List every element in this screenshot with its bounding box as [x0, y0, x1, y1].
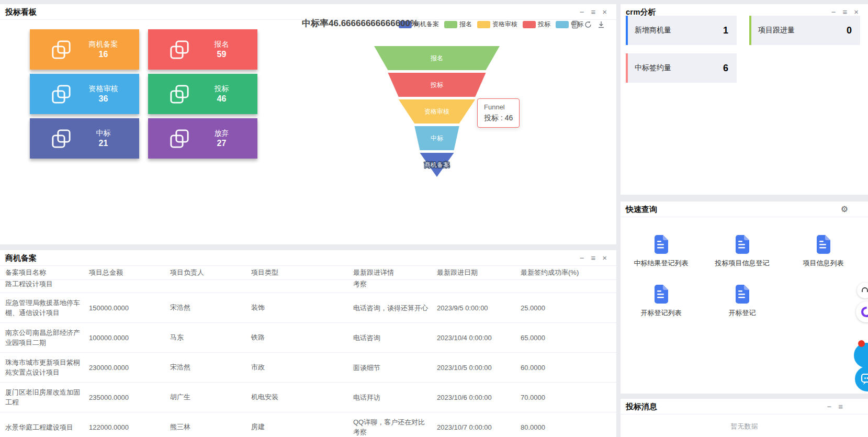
legend-item[interactable]: 资格审核	[477, 20, 517, 29]
card-label: 商机备案	[89, 40, 118, 48]
minimize-icon[interactable]: −	[580, 253, 584, 263]
table-row[interactable]: 应急管理局救援基地停车棚、通信设计项目 150000.0000 宋浩然 装饰 电…	[0, 293, 616, 323]
card-label: 放弃	[215, 129, 229, 137]
file-icon	[652, 284, 670, 305]
card-value: 59	[217, 50, 227, 59]
menu-icon[interactable]: ≡	[591, 7, 595, 17]
cell-follow-date: 2023/10/7 0:00:00	[437, 423, 521, 431]
card-qualification[interactable]: 资格审核 36	[30, 74, 139, 114]
quick-links: 中标结果登记列表 投标项目信息登记 项目信息列表	[621, 234, 864, 318]
copy-squares-icon	[51, 39, 72, 60]
table-row[interactable]: 珠海市城市更新项目紫桐苑安置点设计项目 230000.0000 宋浩然 市政 面…	[0, 353, 616, 383]
legend-swatch	[399, 21, 412, 28]
quick-title: 快速查询	[626, 205, 657, 215]
bid-messages-window: 投标消息 − ≡ 暂无数据	[621, 399, 868, 437]
messages-header: 投标消息 − ≡	[621, 399, 868, 414]
cell-project-name: 南京公司南昌总部经济产业园项目二期	[5, 328, 89, 348]
bidding-dashboard-window: 投标看板 − ≡ × 商机备案 16 报名 59	[0, 4, 616, 244]
cell-project-name: 应急管理局救援基地停车棚、通信设计项目	[5, 298, 89, 318]
cell-follow-detail: 面谈细节	[353, 363, 437, 373]
quick-link-open-bid-list[interactable]: 开标登记列表	[621, 284, 702, 318]
stat-label: 项目跟进量	[758, 26, 795, 35]
stat-label: 新增商机量	[635, 26, 671, 35]
funnel-legend: 商机备案报名资格审核投标中标	[399, 20, 583, 29]
cell-owner: 宋浩然	[170, 363, 251, 372]
table-row-clipped[interactable]: 路工程设计项目 考察	[0, 280, 616, 293]
legend-swatch	[556, 21, 569, 28]
funnel-segment-label: 报名	[430, 54, 443, 62]
crm-stat-followups[interactable]: 项目跟进量 0	[749, 16, 860, 45]
funnel-segment-label: 商机备案	[424, 161, 449, 169]
table-row[interactable]: 水景华庭工程建设项目 122000.0000 熊三林 房建 QQ详聊，客户还在对…	[0, 412, 616, 437]
table-row[interactable]: 南京公司南昌总部经济产业园项目二期 100000.0000 马东 铁路 电话咨询…	[0, 323, 616, 353]
cell-follow-detail: 电话拜访	[353, 393, 437, 402]
close-icon[interactable]: ×	[602, 7, 607, 17]
copy-squares-icon	[169, 39, 190, 60]
messages-title: 投标消息	[626, 402, 657, 412]
legend-item[interactable]: 报名	[444, 20, 472, 29]
close-icon[interactable]: ×	[602, 253, 607, 263]
cell-amount: 122000.0000	[89, 423, 170, 431]
cell-owner: 胡广生	[170, 393, 251, 402]
cell-owner: 宋浩然	[170, 303, 251, 312]
col-header: 最新跟进详情	[353, 268, 437, 277]
card-label: 报名	[215, 40, 229, 48]
funnel-segment-label: 中标	[431, 135, 444, 142]
cell-follow-date: 2023/10/6 0:00:00	[437, 394, 521, 401]
legend-swatch	[444, 21, 457, 28]
legend-item[interactable]: 商机备案	[399, 20, 439, 29]
cell-follow-detail: QQ详聊，客户还在对比考察	[353, 417, 437, 437]
gear-icon[interactable]: ⚙	[841, 205, 848, 214]
dashboard-title: 投标看板	[5, 7, 37, 17]
quick-link-open-bid-register[interactable]: 开标登记	[702, 284, 783, 318]
chart-toolbar	[570, 20, 606, 29]
tooltip-value: 投标 : 46	[484, 114, 513, 123]
quick-link-bid-info-register[interactable]: 投标项目信息登记	[702, 234, 783, 268]
purple-ring-icon	[860, 306, 868, 318]
cell-follow-detail: 电话咨询	[353, 333, 437, 343]
table-row[interactable]: 厦门区老旧房屋改造加固工程 235000.0000 胡广生 机电安装 电话拜访 …	[0, 383, 616, 412]
empty-data-text: 暂无数据	[621, 422, 868, 431]
quick-link-project-info-list[interactable]: 项目信息列表	[783, 234, 864, 268]
col-header: 项目负责人	[170, 268, 251, 277]
quick-header: 快速查询 ⚙	[621, 201, 868, 217]
card-value: 21	[99, 139, 108, 148]
copy-squares-icon	[51, 128, 72, 149]
cell-owner: 马东	[170, 333, 251, 342]
document-icon[interactable]	[570, 20, 580, 29]
card-abandon[interactable]: 放弃 27	[148, 118, 257, 159]
card-label: 投标	[215, 84, 229, 93]
cell-project-name: 水景华庭工程建设项目	[5, 422, 89, 432]
minimize-icon[interactable]: −	[827, 401, 831, 412]
file-icon	[652, 234, 670, 255]
card-business-record[interactable]: 商机备案 16	[30, 29, 139, 70]
crm-stat-new-opportunities[interactable]: 新增商机量 1	[626, 16, 737, 45]
cell-follow-detail: 电话咨询，谈得还算开心	[353, 303, 437, 313]
quick-link-win-result-list[interactable]: 中标结果登记列表	[621, 234, 702, 268]
cell-follow-detail: 考察	[353, 280, 437, 289]
legend-label: 投标	[538, 20, 550, 29]
cell-amount: 100000.0000	[89, 334, 170, 342]
menu-icon[interactable]: ≡	[838, 401, 843, 412]
col-header: 最新签约成功率(%)	[521, 268, 616, 277]
crm-analysis-window: crm分析 − ≡ × 新增商机量 1 项目跟进量 0 中标签约量 6	[621, 4, 868, 195]
minimize-icon[interactable]: −	[580, 7, 584, 17]
crm-stat-signed-wins[interactable]: 中标签约量 6	[626, 53, 737, 83]
card-bid[interactable]: 投标 46	[148, 74, 257, 114]
chat-bubble-icon	[860, 372, 868, 386]
cell-follow-date: 2023/10/4 0:00:00	[437, 334, 521, 342]
legend-item[interactable]: 投标	[523, 20, 550, 29]
download-icon[interactable]	[596, 20, 606, 29]
refresh-icon[interactable]	[583, 20, 593, 29]
menu-icon[interactable]: ≡	[591, 253, 595, 263]
cell-follow-date: 2023/9/5 0:00:00	[437, 304, 521, 312]
card-label: 资格审核	[89, 84, 118, 93]
card-win[interactable]: 中标 21	[30, 118, 139, 159]
card-value: 27	[217, 139, 227, 148]
cell-amount: 230000.0000	[89, 364, 170, 372]
crm-stats: 新增商机量 1 项目跟进量 0 中标签约量 6	[626, 16, 861, 83]
card-signup[interactable]: 报名 59	[148, 29, 257, 70]
legend-label: 报名	[459, 20, 472, 29]
copy-squares-icon	[169, 128, 190, 149]
file-icon	[734, 284, 751, 305]
